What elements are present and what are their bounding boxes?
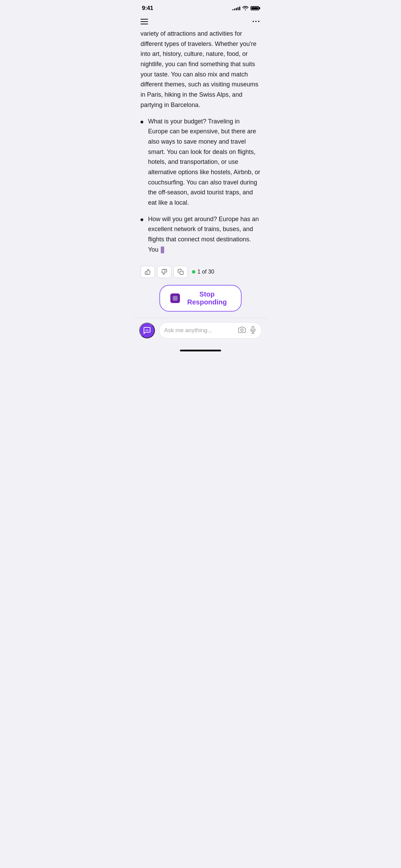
home-indicator <box>134 347 267 353</box>
wifi-icon <box>242 5 248 11</box>
chat-avatar-button[interactable] <box>139 323 155 338</box>
bullet-dot-2 <box>141 218 143 221</box>
mic-button[interactable] <box>249 326 257 335</box>
bullet-list: What is your budget? Traveling in Europe… <box>141 117 260 255</box>
content-area: variety of attractions and activities fo… <box>134 29 267 261</box>
status-time: 9:41 <box>142 5 153 12</box>
bullet-item-budget: What is your budget? Traveling in Europe… <box>141 117 260 208</box>
bottom-bar: Ask me anything... <box>134 318 267 347</box>
stop-responding-button[interactable]: Stop Responding <box>159 285 242 312</box>
input-box[interactable]: Ask me anything... <box>159 322 262 339</box>
stop-icon <box>170 293 180 303</box>
status-bar: 9:41 <box>134 0 267 14</box>
nav-bar: ··· <box>134 14 267 29</box>
camera-button[interactable] <box>238 326 246 335</box>
svg-point-1 <box>147 330 148 331</box>
thumbs-up-button[interactable] <box>141 266 155 278</box>
signal-bars-icon <box>232 6 240 10</box>
thumbs-down-button[interactable] <box>157 266 171 278</box>
status-icons <box>232 5 259 11</box>
copy-button[interactable] <box>173 266 188 278</box>
svg-rect-0 <box>180 271 183 275</box>
bullet-dot <box>141 121 143 123</box>
progress-dot <box>192 270 195 274</box>
progress-badge: 1 of 30 <box>192 269 214 275</box>
bullet-text-budget: What is your budget? Traveling in Europe… <box>148 117 260 208</box>
more-options-button[interactable]: ··· <box>252 17 260 26</box>
home-bar <box>180 350 221 351</box>
battery-icon <box>251 6 259 10</box>
action-row: 1 of 30 <box>134 261 267 281</box>
stop-btn-container: Stop Responding <box>134 281 267 318</box>
bullet-text-transport: How will you get around? Europe has an e… <box>148 214 260 255</box>
svg-point-2 <box>241 329 243 331</box>
menu-button[interactable] <box>141 19 148 24</box>
intro-paragraph: variety of attractions and activities fo… <box>141 29 260 110</box>
bullet-item-transport: How will you get around? Europe has an e… <box>141 214 260 255</box>
stop-label: Stop Responding <box>183 290 231 306</box>
input-placeholder: Ask me anything... <box>164 327 235 334</box>
progress-text: 1 of 30 <box>197 269 214 275</box>
typing-cursor <box>161 246 164 253</box>
